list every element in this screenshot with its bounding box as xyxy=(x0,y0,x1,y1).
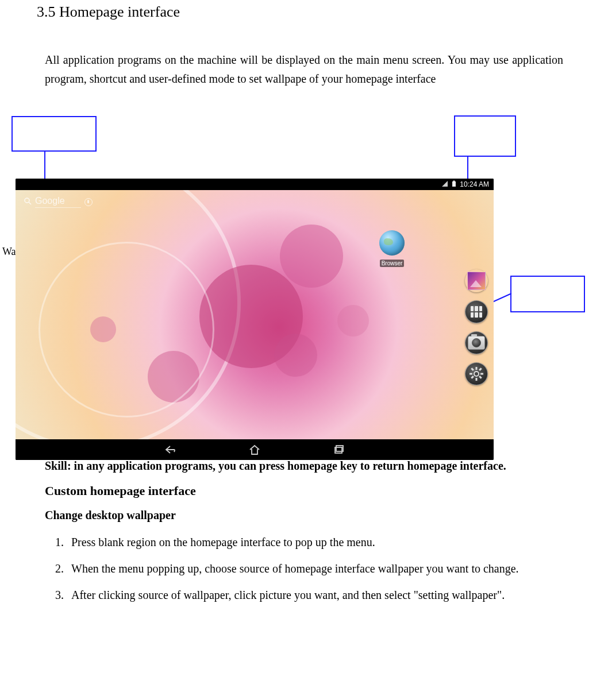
svg-rect-11 xyxy=(470,373,472,374)
back-button[interactable] xyxy=(161,442,178,458)
wallpaper-bubble xyxy=(148,351,199,403)
camera-button[interactable] xyxy=(465,331,488,354)
wallpaper-bubble xyxy=(274,334,317,377)
gallery-icon xyxy=(467,272,486,290)
change-wallpaper-heading: Change desktop wallpaper xyxy=(45,509,563,522)
svg-rect-13 xyxy=(471,368,474,371)
svg-rect-4 xyxy=(452,181,456,187)
apps-button[interactable] xyxy=(465,300,488,323)
step-item: When the menu popping up, choose source … xyxy=(67,559,563,578)
svg-point-17 xyxy=(475,372,478,376)
svg-rect-12 xyxy=(480,373,483,374)
status-bar: 10:24 AM xyxy=(16,179,494,190)
browser-label: Browser xyxy=(380,260,405,267)
svg-rect-14 xyxy=(479,376,482,379)
dock-right xyxy=(465,269,488,385)
svg-rect-9 xyxy=(476,367,478,370)
steps-list: Press blank region on the homepage inter… xyxy=(45,532,563,605)
svg-rect-5 xyxy=(453,180,455,181)
svg-point-6 xyxy=(25,198,29,203)
step-item: After clicking source of wallpaper, clic… xyxy=(67,585,563,605)
home-button[interactable] xyxy=(247,442,263,458)
globe-icon xyxy=(379,230,405,256)
svg-line-7 xyxy=(29,202,31,204)
nav-bar xyxy=(16,439,494,460)
signal-icon xyxy=(441,180,448,189)
mic-icon[interactable] xyxy=(84,198,93,206)
search-icon xyxy=(24,197,32,207)
svg-rect-16 xyxy=(471,376,474,379)
battery-icon xyxy=(452,180,456,189)
settings-button[interactable] xyxy=(465,362,488,385)
svg-rect-15 xyxy=(479,368,482,371)
apps-grid-icon xyxy=(471,306,482,318)
recent-button[interactable] xyxy=(332,442,348,458)
camera-icon xyxy=(468,336,485,350)
tablet-screenshot: 10:24 AM Google Browser xyxy=(16,179,494,460)
step-item: Press blank region on the homepage inter… xyxy=(67,532,563,552)
wallpaper-bubble xyxy=(280,225,343,288)
wallpaper-bubble xyxy=(90,316,116,342)
google-text: Google xyxy=(35,196,81,208)
status-time: 10:24 AM xyxy=(460,180,489,188)
custom-heading: Custom homepage interface xyxy=(45,484,563,498)
gear-icon xyxy=(469,366,484,381)
browser-app-icon[interactable]: Browser xyxy=(376,230,407,268)
home-wallpaper[interactable]: Google Browser xyxy=(16,190,494,439)
gallery-button[interactable] xyxy=(465,269,488,292)
svg-rect-10 xyxy=(476,378,478,381)
wallpaper-bubble xyxy=(337,305,369,337)
google-search-widget[interactable]: Google xyxy=(24,196,93,208)
